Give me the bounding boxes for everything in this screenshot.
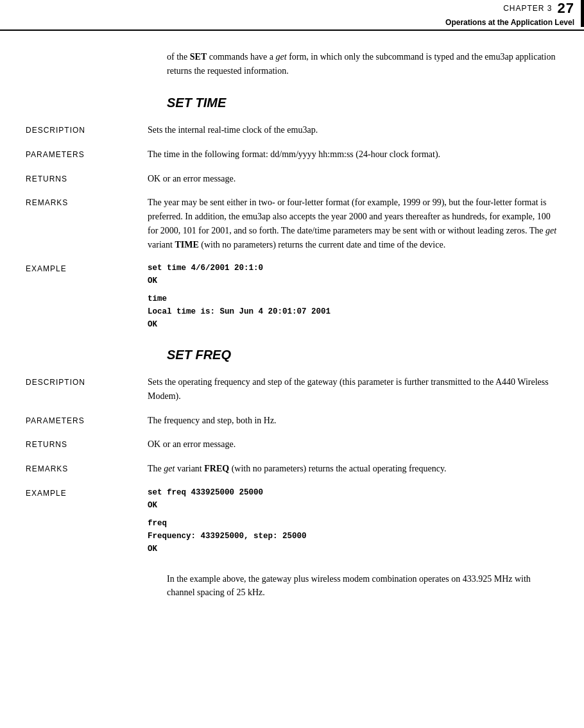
header-right: CHAPTER 3 27 Operations at the Applicati…	[445, 0, 574, 27]
set-freq-parameters-label: Parameters	[26, 414, 148, 428]
set-time-remarks-content: The year may be sent either in two- or f…	[148, 196, 558, 251]
set-freq-remarks-row: Remarks The get variant FREQ (with no pa…	[26, 462, 558, 476]
set-time-code-group-2: time Local time is: Sun Jun 4 20:01:07 2…	[148, 292, 558, 331]
freq-code-line-5: OK	[148, 543, 558, 555]
code-line-2: OK	[148, 275, 558, 287]
set-time-code-block-1: set time 4/6/2001 20:1:0 OK time Local t…	[148, 262, 558, 331]
code-line-5: OK	[148, 318, 558, 331]
freq-remarks-freq-bold: FREQ	[204, 464, 229, 473]
chapter-number: 27	[558, 0, 574, 17]
page-content: of the SET commands have a get form, in …	[0, 31, 584, 637]
code-line-3: time	[148, 292, 558, 305]
intro-text-1: of the	[167, 52, 190, 62]
set-freq-title: SET FREQ	[167, 348, 558, 362]
intro-paragraph: of the SET commands have a get form, in …	[167, 50, 558, 78]
set-time-returns-label: Returns	[26, 172, 148, 186]
set-time-example-label: Example	[26, 262, 148, 337]
set-time-returns-content: OK or an error message.	[148, 172, 558, 186]
footer-paragraph: In the example above, the gateway plus w…	[167, 572, 558, 600]
page: CHAPTER 3 27 Operations at the Applicati…	[0, 0, 584, 728]
page-header: CHAPTER 3 27 Operations at the Applicati…	[0, 0, 584, 31]
set-time-description-label: Description	[26, 123, 148, 137]
code-line-1: set time 4/6/2001 20:1:0	[148, 262, 558, 275]
intro-get-italic: get	[276, 52, 287, 62]
set-time-returns-row: Returns OK or an error message.	[26, 172, 558, 186]
intro-set-bold: SET	[190, 52, 207, 62]
set-freq-description-row: Description Sets the operating frequency…	[26, 375, 558, 403]
chapter-text: CHAPTER 3	[503, 4, 552, 13]
set-freq-code-block: set freq 433925000 25000 OK freq Frequen…	[148, 486, 558, 555]
set-time-description-content: Sets the internal real-time clock of the…	[148, 123, 558, 137]
set-time-remarks-label: Remarks	[26, 196, 148, 251]
freq-remarks-get-italic: get	[164, 464, 175, 473]
set-time-code-group-1: set time 4/6/2001 20:1:0 OK	[148, 262, 558, 287]
code-line-4: Local time is: Sun Jun 4 20:01:07 2001	[148, 305, 558, 318]
set-freq-returns-row: Returns OK or an error message.	[26, 437, 558, 452]
set-time-parameters-row: Parameters The time in the following for…	[26, 148, 558, 162]
set-freq-parameters-row: Parameters The frequency and step, both …	[26, 414, 558, 428]
set-time-parameters-label: Parameters	[26, 148, 148, 162]
freq-code-line-3: freq	[148, 517, 558, 530]
set-freq-parameters-content: The frequency and step, both in Hz.	[148, 414, 558, 428]
freq-code-line-1: set freq 433925000 25000	[148, 486, 558, 499]
set-freq-description-content: Sets the operating frequency and step of…	[148, 375, 558, 403]
freq-code-line-2: OK	[148, 499, 558, 512]
set-freq-example-row: Example set freq 433925000 25000 OK freq…	[26, 486, 558, 562]
set-time-title: SET TIME	[167, 96, 558, 110]
intro-text-2: commands have a	[207, 52, 275, 62]
set-time-description-row: Description Sets the internal real-time …	[26, 123, 558, 137]
set-freq-code-group-1: set freq 433925000 25000 OK	[148, 486, 558, 512]
header-left	[0, 0, 445, 27]
set-time-parameters-content: The time in the following format: dd/mm/…	[148, 148, 558, 162]
page-subtitle: Operations at the Application Level	[445, 18, 574, 27]
set-time-example-row: Example set time 4/6/2001 20:1:0 OK time…	[26, 262, 558, 337]
freq-code-line-4: Frequency: 433925000, step: 25000	[148, 530, 558, 543]
remarks-time-bold: TIME	[175, 240, 198, 250]
set-freq-description-label: Description	[26, 375, 148, 403]
header-bar	[581, 0, 584, 27]
set-time-example-content: set time 4/6/2001 20:1:0 OK time Local t…	[148, 262, 558, 337]
set-freq-returns-content: OK or an error message.	[148, 437, 558, 452]
set-freq-returns-label: Returns	[26, 437, 148, 452]
set-freq-remarks-label: Remarks	[26, 462, 148, 476]
set-freq-code-group-2: freq Frequency: 433925000, step: 25000 O…	[148, 517, 558, 555]
set-freq-example-label: Example	[26, 486, 148, 562]
set-time-remarks-row: Remarks The year may be sent either in t…	[26, 196, 558, 251]
set-freq-example-content: set freq 433925000 25000 OK freq Frequen…	[148, 486, 558, 562]
chapter-label: CHAPTER 3 27	[503, 0, 574, 17]
set-freq-remarks-content: The get variant FREQ (with no parameters…	[148, 462, 558, 476]
remarks-get-italic: get	[545, 226, 556, 235]
